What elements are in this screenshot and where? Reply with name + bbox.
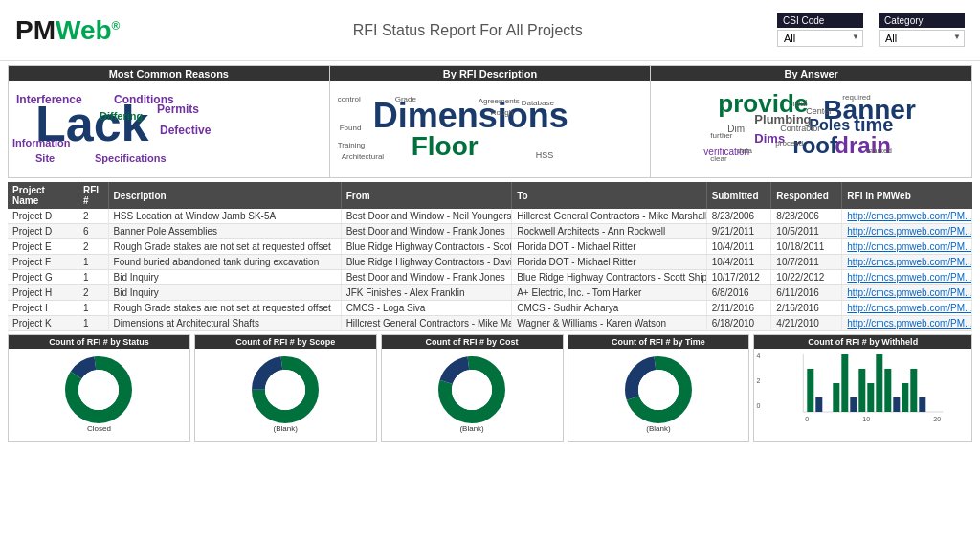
table-cell: 10/22/2012 [771, 270, 842, 285]
table-cell: 2 [78, 209, 108, 224]
logo-web: Web [56, 15, 112, 45]
word-permits: Permits [157, 102, 199, 116]
wordcloud-rfi-content: Dimensions Floor Agreements Grade contro… [330, 81, 651, 173]
table-cell: Project E [8, 239, 78, 255]
svg-text:0: 0 [806, 416, 810, 422]
word-training: Training [338, 141, 366, 149]
word-found: Found [340, 124, 362, 132]
table-cell: Best Door and Window - Neil Youngers [341, 209, 512, 224]
svg-rect-21 [868, 383, 875, 412]
chart-time-title: Count of RFI # by Time [568, 335, 749, 349]
col-project-name: Project Name [8, 182, 78, 209]
table-cell: 2/11/2016 [706, 301, 771, 316]
table-row: Project K1Dimensions at Architectural Sh… [8, 316, 972, 331]
word-marked: marked [866, 147, 892, 155]
chart-scope-body: (Blank) [248, 349, 323, 441]
table-cell: Best Door and Window - Frank Jones [341, 270, 512, 285]
svg-rect-15 [816, 397, 823, 412]
chart-scope-label: (Blank) [274, 424, 298, 433]
table-cell: CMCS - Sudhir Acharya [512, 301, 706, 316]
table-cell: 1 [78, 270, 108, 285]
chart-cost-body: (Blank) [434, 349, 509, 441]
y-axis-label-2: 2 [756, 377, 760, 384]
logo-registered: ® [112, 18, 121, 32]
col-rfi: RFI # [78, 182, 108, 209]
category-select[interactable]: All [879, 30, 965, 47]
svg-point-11 [638, 370, 679, 410]
word-real: real [792, 99, 807, 108]
table-cell: 10/4/2011 [706, 255, 771, 270]
wordcloud-rfi-title: By RFI Description [330, 66, 651, 81]
y-axis-label-4: 4 [756, 352, 760, 359]
donut-cost [438, 356, 505, 423]
col-responded: Responded [771, 182, 842, 209]
word-control: control [338, 95, 361, 103]
table-cell: Florida DOT - Michael Ritter [512, 255, 706, 270]
wordcloud-reasons: Most Common Reasons Lack Interference Co… [9, 66, 330, 177]
table-cell[interactable]: http://cmcs.pmweb.com/PM... [842, 270, 972, 285]
table-cell[interactable]: http://cmcs.pmweb.com/PM... [842, 224, 972, 239]
table-cell: 8/28/2006 [771, 209, 842, 224]
table-cell: Best Door and Window - Frank Jones [341, 224, 512, 239]
chart-cost-label: (Blank) [459, 424, 483, 433]
table-cell: Rough Grade stakes are not set at reques… [108, 301, 341, 316]
table-cell: Bid Inquiry [108, 270, 341, 285]
chart-time-label: (Blank) [646, 424, 670, 433]
svg-rect-22 [877, 354, 883, 412]
table-cell: HSS Location at Window Jamb SK-5A [108, 209, 341, 224]
table-cell: 10/7/2011 [771, 255, 842, 270]
table-cell: Project I [8, 301, 78, 316]
logo: PMWeb® [15, 17, 120, 44]
table-cell[interactable]: http://cmcs.pmweb.com/PM... [842, 239, 972, 255]
table-cell[interactable]: http://cmcs.pmweb.com/PM... [842, 301, 972, 316]
svg-rect-26 [911, 369, 918, 412]
table-cell: Project D [8, 224, 78, 239]
donut-status [65, 356, 132, 423]
table-cell: 10/17/2012 [706, 270, 771, 285]
table-cell[interactable]: http://cmcs.pmweb.com/PM... [842, 209, 972, 224]
word-interference: Interference [16, 93, 82, 106]
table-cell: Blue Ridge Highway Contractors - Scott S… [512, 270, 706, 285]
table-cell: 6/18/2010 [706, 316, 771, 331]
word-differing: Differing [100, 110, 143, 122]
table-cell: 9/21/2011 [706, 224, 771, 239]
table-cell: 10/18/2011 [771, 239, 842, 255]
table-cell: Found buried abandoned tank during excav… [108, 255, 341, 270]
table-row: Project F1Found buried abandoned tank du… [8, 255, 972, 270]
csi-select-wrapper[interactable]: All ▼ [777, 30, 863, 47]
wordcloud-rfi: By RFI Description Dimensions Floor Agre… [330, 66, 652, 177]
table-cell[interactable]: http://cmcs.pmweb.com/PM... [842, 316, 972, 331]
chart-time: Count of RFI # by Time (Blank) [568, 334, 750, 442]
category-select-wrapper[interactable]: All ▼ [879, 30, 965, 47]
table-cell: Florida DOT - Michael Ritter [512, 239, 706, 255]
chart-cost-title: Count of RFI # by Cost [382, 335, 563, 349]
table-cell: Rough Grade stakes are not set at reques… [108, 239, 341, 255]
category-filter: Category All ▼ [879, 13, 965, 47]
table-cell: JFK Finishes - Alex Franklin [341, 285, 512, 301]
table-cell[interactable]: http://cmcs.pmweb.com/PM... [842, 255, 972, 270]
svg-rect-19 [851, 397, 858, 412]
table-cell: Wagner & Williams - Karen Watson [512, 316, 706, 331]
word-database: Database [522, 99, 554, 107]
donut-scope [252, 356, 319, 423]
table-cell[interactable]: http://cmcs.pmweb.com/PM... [842, 285, 972, 301]
table-cell: Dimensions at Architectural Shafts [108, 316, 341, 331]
wordcloud-answer: By Answer provide Banner roof drain time… [651, 66, 971, 177]
csi-select[interactable]: All [777, 30, 863, 47]
word-center: Center [806, 106, 832, 116]
table-cell: 10/4/2011 [706, 239, 771, 255]
table-cell: 6 [78, 224, 108, 239]
svg-point-5 [265, 370, 305, 410]
word-information: Information [12, 137, 71, 148]
chart-withheld-body: 4 2 0 0 [754, 349, 971, 441]
table-section: Project Name RFI # Description From To S… [8, 182, 972, 331]
donut-time [625, 356, 692, 423]
table-cell: Hillcrest General Contractors - Mike Mar… [341, 316, 512, 331]
logo-text: PMWeb® [15, 17, 120, 44]
word-site: Site [35, 152, 55, 164]
data-table: Project Name RFI # Description From To S… [8, 182, 972, 331]
chart-status-label: Closed [87, 424, 111, 433]
word-proceed: proceed [775, 139, 803, 148]
table-cell: 6/8/2016 [706, 285, 771, 301]
table-row: Project I1Rough Grade stakes are not set… [8, 301, 972, 316]
